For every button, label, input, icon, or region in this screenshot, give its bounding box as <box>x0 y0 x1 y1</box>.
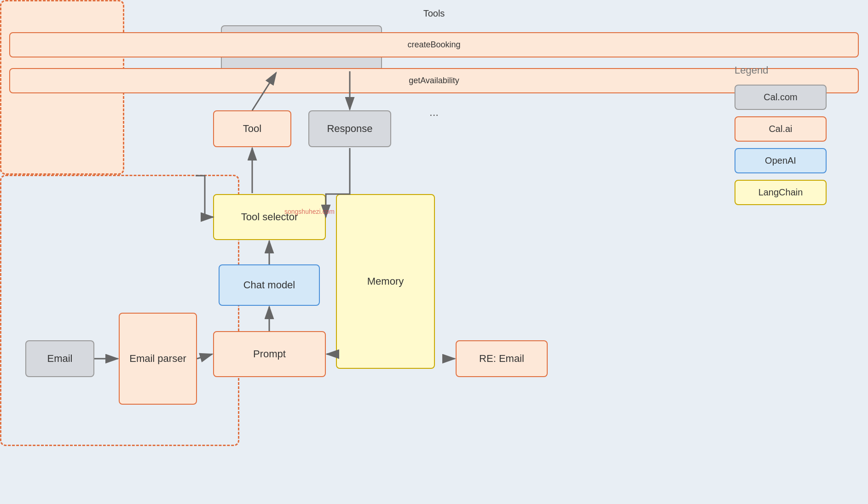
email-parser-box: Email parser <box>119 313 197 405</box>
tools-title: Tools <box>0 8 868 19</box>
get-availability-box: getAvailability <box>9 68 859 93</box>
email-label: Email <box>47 353 72 365</box>
prompt-label: Prompt <box>253 348 286 360</box>
legend-openai-label: OpenAI <box>765 155 796 166</box>
memory-box: Memory <box>336 194 435 369</box>
response-box: Response <box>308 110 391 147</box>
email-box: Email <box>25 340 94 377</box>
tool-box: Tool <box>213 110 291 147</box>
legend-title: Legend <box>735 64 827 76</box>
diagram-container: Cal.com API Tools createBooking getAvail… <box>0 0 868 504</box>
tool-selector-box: Tool selector <box>213 194 326 240</box>
legend-langchain-label: LangChain <box>758 187 803 198</box>
chat-model-box: Chat model <box>219 264 320 306</box>
tools-container: Tools createBooking getAvailability ... <box>0 0 124 175</box>
memory-label: Memory <box>367 275 404 287</box>
email-parser-label: Email parser <box>129 353 186 365</box>
watermark: songshuhezi.com <box>284 208 335 215</box>
legend-langchain: LangChain <box>735 180 827 205</box>
legend-calcom-label: Cal.com <box>764 92 797 103</box>
chat-model-label: Chat model <box>243 279 295 291</box>
re-email-label: RE: Email <box>479 353 524 365</box>
legend: Legend Cal.com Cal.ai OpenAI LangChain <box>735 64 827 212</box>
legend-calai-label: Cal.ai <box>769 124 792 134</box>
response-label: Response <box>327 123 372 135</box>
tool-label: Tool <box>243 123 261 135</box>
re-email-box: RE: Email <box>456 340 548 377</box>
legend-openai: OpenAI <box>735 148 827 173</box>
scheduling-agent-container: Scheduling Agent <box>0 175 239 446</box>
legend-calai: Cal.ai <box>735 116 827 142</box>
create-booking-box: createBooking <box>9 32 859 57</box>
prompt-box: Prompt <box>213 331 326 377</box>
legend-calcom: Cal.com <box>735 85 827 110</box>
